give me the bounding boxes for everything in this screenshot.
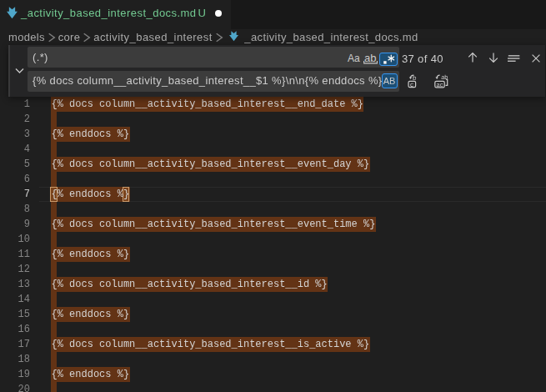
svg-text:ac: ac: [436, 80, 443, 88]
svg-text:c: c: [410, 80, 413, 88]
